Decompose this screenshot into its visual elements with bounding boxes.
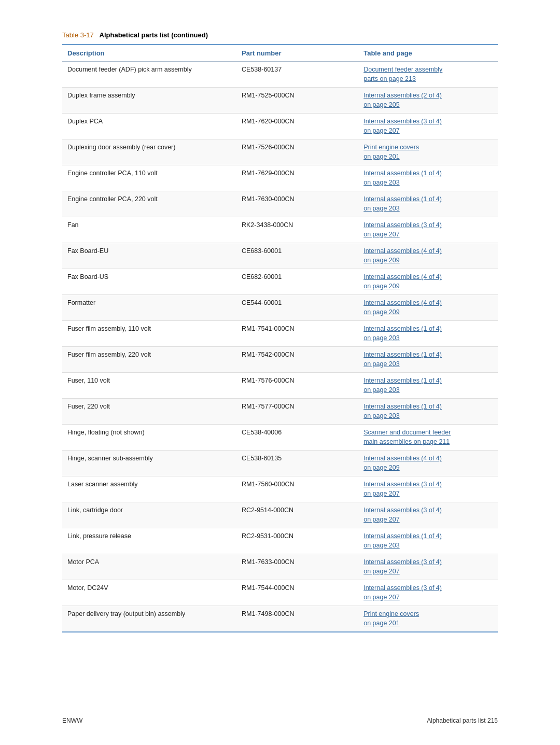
table-row: Fuser, 220 voltRM1-7577-000CNInternal as… — [62, 399, 498, 425]
table-row: Hinge, scanner sub-assemblyCE538-60135In… — [62, 451, 498, 476]
cell-table-page[interactable]: Internal assemblies (4 of 4)on page 209 — [358, 243, 498, 269]
cell-description: Link, cartridge door — [62, 502, 236, 528]
cell-description: Hinge, floating (not shown) — [62, 425, 236, 451]
col-header-part-number: Part number — [236, 45, 358, 62]
cell-part-number: RM1-7629-000CN — [236, 165, 358, 191]
cell-table-page[interactable]: Internal assemblies (3 of 4)on page 207 — [358, 114, 498, 139]
col-header-table-page: Table and page — [358, 45, 498, 62]
table-page-link[interactable]: Internal assemblies (4 of 4)on page 209 — [363, 273, 442, 290]
cell-description: Paper delivery tray (output bin) assembl… — [62, 606, 236, 632]
table-page-link[interactable]: Internal assemblies (1 of 4)on page 203 — [363, 325, 442, 342]
cell-description: Duplex frame assembly — [62, 88, 236, 114]
cell-part-number: RM1-7542-000CN — [236, 347, 358, 373]
cell-description: Fax Board-US — [62, 269, 236, 295]
table-page-link[interactable]: Internal assemblies (3 of 4)on page 207 — [363, 118, 442, 134]
table-page-link[interactable]: Internal assemblies (4 of 4)on page 209 — [363, 299, 442, 316]
table-row: Fax Board-EUCE683-60001Internal assembli… — [62, 243, 498, 269]
cell-description: Duplexing door assembly (rear cover) — [62, 139, 236, 165]
table-row: Link, cartridge doorRC2-9514-000CNIntern… — [62, 502, 498, 528]
cell-description: Engine controller PCA, 110 volt — [62, 165, 236, 191]
cell-table-page[interactable]: Internal assemblies (1 of 4)on page 203 — [358, 191, 498, 217]
table-page-link[interactable]: Internal assemblies (4 of 4)on page 209 — [363, 455, 442, 471]
table-row: Hinge, floating (not shown)CE538-40006Sc… — [62, 425, 498, 451]
cell-table-page[interactable]: Document feeder assemblyparts on page 21… — [358, 62, 498, 88]
cell-description: Fuser, 220 volt — [62, 399, 236, 425]
cell-description: Hinge, scanner sub-assembly — [62, 451, 236, 476]
table-row: Fax Board-USCE682-60001Internal assembli… — [62, 269, 498, 295]
cell-table-page[interactable]: Internal assemblies (2 of 4)on page 205 — [358, 88, 498, 114]
table-row: Motor, DC24VRM1-7544-000CNInternal assem… — [62, 580, 498, 606]
cell-part-number: RM1-7633-000CN — [236, 554, 358, 580]
table-page-link[interactable]: Internal assemblies (4 of 4)on page 209 — [363, 247, 442, 264]
cell-description: Engine controller PCA, 220 volt — [62, 191, 236, 217]
table-row: Engine controller PCA, 220 voltRM1-7630-… — [62, 191, 498, 217]
cell-table-page[interactable]: Internal assemblies (1 of 4)on page 203 — [358, 528, 498, 554]
cell-table-page[interactable]: Internal assemblies (4 of 4)on page 209 — [358, 451, 498, 476]
table-page-link[interactable]: Internal assemblies (3 of 4)on page 207 — [363, 584, 442, 601]
cell-table-page[interactable]: Internal assemblies (3 of 4)on page 207 — [358, 502, 498, 528]
footer-right: Alphabetical parts list 215 — [427, 717, 498, 724]
cell-table-page[interactable]: Internal assemblies (4 of 4)on page 209 — [358, 295, 498, 321]
cell-table-page[interactable]: Print engine coverson page 201 — [358, 606, 498, 632]
table-page-link[interactable]: Internal assemblies (3 of 4)on page 207 — [363, 221, 442, 238]
cell-part-number: RM1-7577-000CN — [236, 399, 358, 425]
cell-table-page[interactable]: Internal assemblies (3 of 4)on page 207 — [358, 476, 498, 502]
table-title-text: Alphabetical parts list (continued) — [100, 31, 208, 39]
table-row: FanRK2-3438-000CNInternal assemblies (3 … — [62, 217, 498, 243]
table-page-link[interactable]: Internal assemblies (1 of 4)on page 203 — [363, 195, 442, 212]
table-row: Duplex PCARM1-7620-000CNInternal assembl… — [62, 114, 498, 139]
cell-part-number: RM1-7630-000CN — [236, 191, 358, 217]
table-page-link[interactable]: Internal assemblies (1 of 4)on page 203 — [363, 532, 442, 549]
cell-description: Motor, DC24V — [62, 580, 236, 606]
table-row: Motor PCARM1-7633-000CNInternal assembli… — [62, 554, 498, 580]
cell-table-page[interactable]: Internal assemblies (1 of 4)on page 203 — [358, 165, 498, 191]
table-page-link[interactable]: Document feeder assemblyparts on page 21… — [363, 66, 442, 82]
table-row: Fuser film assembly, 110 voltRM1-7541-00… — [62, 321, 498, 347]
table-page-link[interactable]: Scanner and document feedermain assembli… — [363, 429, 451, 445]
footer-left: ENWW — [62, 717, 82, 724]
table-row: Link, pressure releaseRC2-9531-000CNInte… — [62, 528, 498, 554]
table-row: Document feeder (ADF) pick arm assemblyC… — [62, 62, 498, 88]
cell-part-number: CE538-40006 — [236, 425, 358, 451]
table-page-link[interactable]: Internal assemblies (3 of 4)on page 207 — [363, 507, 442, 523]
cell-part-number: RM1-7525-000CN — [236, 88, 358, 114]
cell-part-number: RK2-3438-000CN — [236, 217, 358, 243]
table-page-link[interactable]: Internal assemblies (1 of 4)on page 203 — [363, 351, 442, 368]
cell-description: Motor PCA — [62, 554, 236, 580]
table-page-link[interactable]: Internal assemblies (3 of 4)on page 207 — [363, 558, 442, 575]
cell-table-page[interactable]: Scanner and document feedermain assembli… — [358, 425, 498, 451]
table-row: Duplexing door assembly (rear cover)RM1-… — [62, 139, 498, 165]
table-row: Fuser, 110 voltRM1-7576-000CNInternal as… — [62, 373, 498, 399]
cell-table-page[interactable]: Internal assemblies (3 of 4)on page 207 — [358, 554, 498, 580]
table-page-link[interactable]: Print engine coverson page 201 — [363, 144, 419, 160]
cell-description: Duplex PCA — [62, 114, 236, 139]
page-wrapper: Table 3-17 Alphabetical parts list (cont… — [0, 0, 560, 674]
table-row: FormatterCE544-60001Internal assemblies … — [62, 295, 498, 321]
cell-part-number: RM1-7526-000CN — [236, 139, 358, 165]
cell-description: Link, pressure release — [62, 528, 236, 554]
table-page-link[interactable]: Internal assemblies (1 of 4)on page 203 — [363, 170, 442, 186]
cell-table-page[interactable]: Internal assemblies (1 of 4)on page 203 — [358, 321, 498, 347]
table-title-label: Table 3-17 — [62, 31, 94, 39]
cell-table-page[interactable]: Internal assemblies (3 of 4)on page 207 — [358, 217, 498, 243]
cell-table-page[interactable]: Internal assemblies (1 of 4)on page 203 — [358, 373, 498, 399]
cell-table-page[interactable]: Internal assemblies (3 of 4)on page 207 — [358, 580, 498, 606]
cell-description: Document feeder (ADF) pick arm assembly — [62, 62, 236, 88]
table-row: Fuser film assembly, 220 voltRM1-7542-00… — [62, 347, 498, 373]
cell-table-page[interactable]: Print engine coverson page 201 — [358, 139, 498, 165]
cell-table-page[interactable]: Internal assemblies (4 of 4)on page 209 — [358, 269, 498, 295]
col-header-description: Description — [62, 45, 236, 62]
table-page-link[interactable]: Internal assemblies (1 of 4)on page 203 — [363, 403, 442, 419]
table-page-link[interactable]: Internal assemblies (1 of 4)on page 203 — [363, 377, 442, 393]
parts-table: Description Part number Table and page D… — [62, 44, 498, 632]
cell-table-page[interactable]: Internal assemblies (1 of 4)on page 203 — [358, 347, 498, 373]
cell-part-number: RM1-7544-000CN — [236, 580, 358, 606]
table-page-link[interactable]: Internal assemblies (2 of 4)on page 205 — [363, 92, 442, 108]
cell-part-number: RC2-9514-000CN — [236, 502, 358, 528]
cell-part-number: CE682-60001 — [236, 269, 358, 295]
cell-part-number: RM1-7576-000CN — [236, 373, 358, 399]
table-page-link[interactable]: Internal assemblies (3 of 4)on page 207 — [363, 481, 442, 497]
cell-description: Laser scanner assembly — [62, 476, 236, 502]
table-page-link[interactable]: Print engine coverson page 201 — [363, 610, 419, 627]
cell-table-page[interactable]: Internal assemblies (1 of 4)on page 203 — [358, 399, 498, 425]
